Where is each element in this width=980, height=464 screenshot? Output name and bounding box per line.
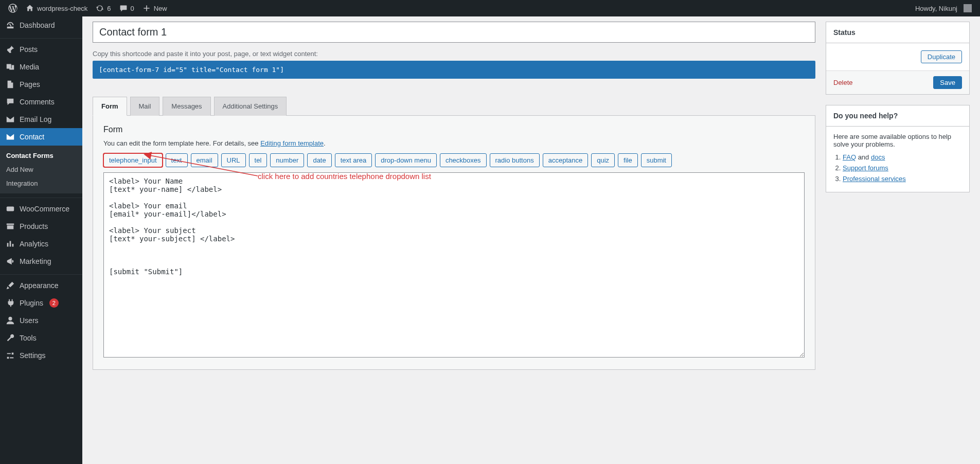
editing-template-link[interactable]: Editing form template: [260, 139, 324, 147]
save-button[interactable]: Save: [933, 76, 962, 89]
main-content: Copy this shortcode and paste it into yo…: [82, 16, 980, 464]
avatar-icon: [964, 4, 972, 12]
menu-comments[interactable]: Comments: [0, 93, 82, 111]
submenu-contact: Contact Forms Add New Integration: [0, 146, 82, 193]
new-link[interactable]: New: [138, 0, 171, 16]
tab-additional-settings[interactable]: Additional Settings: [214, 97, 287, 116]
tag-btn-radio[interactable]: radio buttons: [490, 153, 540, 167]
tab-messages[interactable]: Messages: [163, 97, 210, 116]
howdy-text: Howdy, Nikunj: [915, 5, 957, 12]
menu-products[interactable]: Products: [0, 218, 82, 235]
mail-icon: [5, 115, 15, 124]
form-template-textarea[interactable]: [103, 172, 805, 358]
faq-link[interactable]: FAQ: [843, 153, 856, 161]
menu-settings[interactable]: Settings: [0, 347, 82, 364]
tag-btn-telephone-input[interactable]: telephone_input: [103, 153, 163, 167]
duplicate-button[interactable]: Duplicate: [921, 50, 962, 63]
tag-btn-quiz[interactable]: quiz: [591, 153, 615, 167]
menu-tools[interactable]: Tools: [0, 329, 82, 347]
archive-icon: [5, 222, 15, 231]
help-item-faq: FAQ and docs: [843, 153, 962, 161]
sliders-icon: [5, 351, 15, 360]
user-icon: [5, 316, 15, 325]
help-intro: Here are some available options to help …: [833, 133, 962, 148]
menu-dashboard[interactable]: Dashboard: [0, 16, 82, 34]
tag-btn-number[interactable]: number: [270, 153, 304, 167]
updates-link[interactable]: 6: [92, 0, 115, 16]
tag-btn-email[interactable]: email: [191, 153, 218, 167]
submenu-integration[interactable]: Integration: [0, 176, 82, 190]
svg-point-1: [8, 317, 12, 320]
tab-form[interactable]: Form: [93, 97, 127, 116]
menu-email-log[interactable]: Email Log: [0, 111, 82, 128]
menu-separator: [0, 36, 82, 39]
wrench-icon: [5, 333, 15, 343]
menu-posts[interactable]: Posts: [0, 41, 82, 58]
menu-appearance[interactable]: Appearance: [0, 277, 82, 294]
tag-btn-tel[interactable]: tel: [249, 153, 268, 167]
editor-tabs: Form Mail Messages Additional Settings: [93, 96, 815, 115]
wp-logo[interactable]: [4, 0, 22, 16]
tag-generators-row: telephone_input text email URL tel numbe…: [103, 153, 805, 167]
pin-icon: [5, 45, 15, 54]
tag-btn-checkboxes[interactable]: checkboxes: [440, 153, 487, 167]
comments-link[interactable]: 0: [115, 0, 138, 16]
pro-link[interactable]: Professional services: [843, 175, 906, 183]
submenu-contact-forms[interactable]: Contact Forms: [0, 149, 82, 163]
menu-users[interactable]: Users: [0, 312, 82, 329]
delete-link[interactable]: Delete: [833, 79, 853, 86]
admin-sidebar: Dashboard Posts Media Pages Comments Ema…: [0, 16, 82, 464]
plug-icon: [5, 298, 15, 308]
tab-mail[interactable]: Mail: [130, 97, 160, 116]
update-icon: [96, 4, 104, 12]
shortcode-code[interactable]: [contact-form-7 id="5" title="Contact fo…: [93, 61, 815, 79]
site-name: wordpress-check: [37, 5, 87, 12]
docs-link[interactable]: docs: [871, 153, 885, 161]
help-list: FAQ and docs Support forums Professional…: [833, 153, 962, 183]
admin-bar: wordpress-check 6 0 New Howdy, Nikunj: [0, 0, 980, 16]
submenu-add-new[interactable]: Add New: [0, 163, 82, 176]
menu-separator: [0, 272, 82, 275]
site-link[interactable]: wordpress-check: [22, 0, 92, 16]
tag-btn-file[interactable]: file: [618, 153, 638, 167]
support-link[interactable]: Support forums: [843, 164, 888, 172]
media-icon: [5, 62, 15, 72]
panel-heading: Form: [103, 125, 805, 134]
home-icon: [26, 4, 34, 12]
tag-btn-text[interactable]: text: [166, 153, 188, 167]
menu-media[interactable]: Media: [0, 58, 82, 76]
howdy-link[interactable]: Howdy, Nikunj: [911, 0, 976, 16]
plugins-update-badge: 2: [49, 298, 59, 308]
help-box: Do you need help? Here are some availabl…: [826, 105, 970, 192]
status-heading: Status: [826, 22, 969, 43]
help-item-pro: Professional services: [843, 175, 962, 183]
menu-marketing[interactable]: Marketing: [0, 253, 82, 270]
page-icon: [5, 80, 15, 89]
menu-plugins[interactable]: Plugins2: [0, 294, 82, 312]
panel-desc: You can edit the form template here. For…: [103, 139, 805, 147]
wordpress-icon: [8, 4, 17, 13]
comment-icon: [119, 4, 128, 12]
form-panel: Form You can edit the form template here…: [93, 115, 815, 370]
menu-woocommerce[interactable]: WooCommerce: [0, 200, 82, 218]
menu-pages[interactable]: Pages: [0, 76, 82, 93]
mail-icon: [5, 132, 15, 141]
menu-contact[interactable]: Contact: [0, 128, 82, 146]
plus-icon: [142, 4, 151, 12]
tag-btn-textarea[interactable]: text area: [335, 153, 372, 167]
form-title-input[interactable]: [93, 22, 815, 43]
updates-count: 6: [107, 5, 111, 12]
woo-icon: [5, 204, 15, 213]
tag-btn-url[interactable]: URL: [221, 153, 246, 167]
tag-btn-submit[interactable]: submit: [641, 153, 672, 167]
menu-analytics[interactable]: Analytics: [0, 235, 82, 253]
shortcode-hint: Copy this shortcode and paste it into yo…: [93, 50, 815, 58]
tag-btn-acceptance[interactable]: acceptance: [543, 153, 589, 167]
megaphone-icon: [5, 257, 15, 266]
tag-btn-dropdown[interactable]: drop-down menu: [375, 153, 437, 167]
chart-icon: [5, 239, 15, 248]
sidebar-panels: Status Duplicate Delete Save Do you need…: [826, 22, 970, 203]
comment-icon: [5, 97, 15, 106]
tag-btn-date[interactable]: date: [307, 153, 331, 167]
brush-icon: [5, 281, 15, 290]
